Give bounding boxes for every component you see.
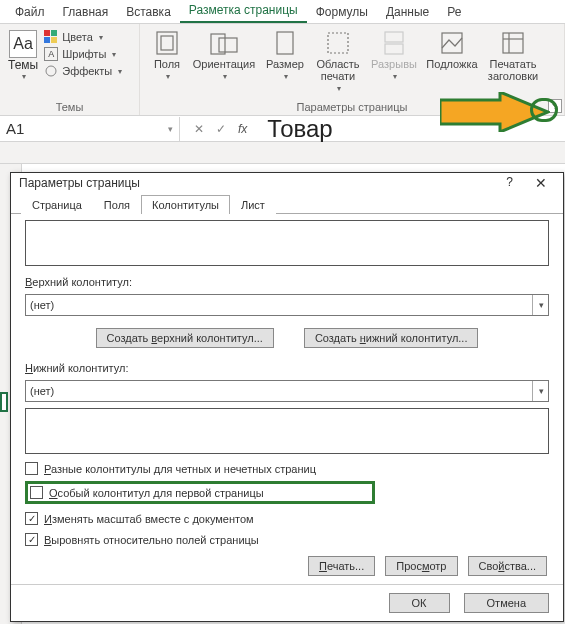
svg-rect-11 — [385, 32, 403, 42]
group-page-setup: Поля▾ Ориентация▾ Размер▾ Область печати… — [140, 24, 565, 115]
properties-button[interactable]: Свойства... — [468, 556, 548, 576]
cancel-button[interactable]: Отмена — [464, 593, 549, 613]
chevron-down-icon: ▾ — [99, 33, 103, 42]
preview-button[interactable]: Просмотр — [385, 556, 457, 576]
themes-icon: Aa — [9, 30, 37, 58]
dlg-tab-margins[interactable]: Поля — [93, 195, 141, 214]
svg-rect-12 — [385, 44, 403, 54]
colors-button[interactable]: Цвета▾ — [44, 30, 122, 44]
close-button[interactable]: ✕ — [527, 175, 555, 191]
checkbox-icon — [30, 486, 43, 499]
help-button[interactable]: ? — [506, 175, 513, 191]
footer-preview — [25, 408, 549, 454]
create-header-button[interactable]: Создать верхний колонтитул... — [96, 328, 274, 348]
checkbox-icon — [25, 512, 38, 525]
ribbon-body: Aa Темы ▾ Цвета▾ A Шрифты▾ — [0, 24, 565, 116]
footer-label: Нижний колонтитул: — [25, 362, 549, 374]
print-button[interactable]: Печать... — [308, 556, 375, 576]
fonts-icon: A — [44, 47, 58, 61]
chevron-down-icon: ▾ — [393, 72, 397, 81]
dialog-tabs: Страница Поля Колонтитулы Лист — [11, 192, 563, 214]
cell-reference: A1 — [6, 120, 24, 137]
dialog-title: Параметры страницы — [19, 176, 140, 190]
svg-rect-8 — [219, 38, 237, 52]
active-cell-indicator — [0, 392, 8, 412]
checkbox-icon — [25, 533, 38, 546]
svg-rect-9 — [277, 32, 293, 54]
chevron-down-icon: ▾ — [168, 124, 173, 134]
effects-button[interactable]: Эффекты▾ — [44, 64, 122, 78]
cancel-icon[interactable]: ✕ — [194, 122, 204, 136]
ribbon-tabs: Файл Главная Вставка Разметка страницы Ф… — [0, 0, 565, 24]
group-label-page-setup: Параметры страницы — [146, 101, 558, 115]
chevron-down-icon: ▾ — [118, 67, 122, 76]
chevron-down-icon: ▾ — [223, 72, 227, 81]
chevron-down-icon: ▾ — [532, 381, 544, 401]
footer-combo[interactable]: (нет) ▾ — [25, 380, 549, 402]
size-button[interactable]: Размер▾ — [260, 26, 310, 81]
orientation-button[interactable]: Ориентация▾ — [188, 26, 260, 81]
margins-icon — [152, 30, 182, 56]
size-icon — [270, 30, 300, 56]
create-footer-button[interactable]: Создать нижний колонтитул... — [304, 328, 479, 348]
formula-input[interactable]: Товар — [247, 115, 332, 143]
tab-home[interactable]: Главная — [54, 1, 118, 23]
chevron-down-icon: ▾ — [112, 50, 116, 59]
orientation-icon — [209, 30, 239, 56]
fx-icon[interactable]: fx — [238, 122, 247, 136]
print-titles-button[interactable]: Печатать заголовки — [482, 26, 544, 82]
dlg-tab-headerfooter[interactable]: Колонтитулы — [141, 195, 230, 214]
breaks-button[interactable]: Разрывы▾ — [366, 26, 422, 81]
header-label: Верхний колонтитул: — [25, 276, 549, 288]
breaks-icon — [379, 30, 409, 56]
chevron-down-icon: ▾ — [166, 72, 170, 81]
fonts-button[interactable]: A Шрифты▾ — [44, 47, 122, 61]
chevron-down-icon: ▾ — [284, 72, 288, 81]
enter-icon[interactable]: ✓ — [216, 122, 226, 136]
chevron-down-icon: ▾ — [337, 84, 341, 93]
svg-point-4 — [46, 66, 56, 76]
svg-rect-14 — [503, 33, 523, 53]
group-label-themes: Темы — [6, 101, 133, 115]
tab-insert[interactable]: Вставка — [117, 1, 180, 23]
dialog-titlebar[interactable]: Параметры страницы ? ✕ — [11, 173, 563, 192]
themes-label: Темы — [8, 58, 38, 72]
ok-button[interactable]: ОК — [389, 593, 450, 613]
header-preview — [25, 220, 549, 266]
svg-rect-10 — [328, 33, 348, 53]
check-align[interactable]: Выровнять относительно полей страницы — [25, 533, 549, 546]
svg-rect-5 — [157, 32, 177, 54]
group-themes: Aa Темы ▾ Цвета▾ A Шрифты▾ — [0, 24, 140, 115]
print-area-button[interactable]: Область печати▾ — [310, 26, 366, 93]
tab-file[interactable]: Файл — [6, 1, 54, 23]
dlg-tab-page[interactable]: Страница — [21, 195, 93, 214]
svg-rect-2 — [44, 37, 50, 43]
name-box[interactable]: A1 ▾ — [0, 117, 180, 141]
page-setup-dialog: Параметры страницы ? ✕ Страница Поля Кол… — [10, 172, 564, 622]
header-combo[interactable]: (нет) ▾ — [25, 294, 549, 316]
svg-rect-7 — [211, 34, 225, 54]
tab-data[interactable]: Данные — [377, 1, 438, 23]
formula-bar: A1 ▾ ✕ ✓ fx Товар — [0, 116, 565, 142]
svg-rect-0 — [44, 30, 50, 36]
background-button[interactable]: Подложка — [422, 26, 482, 70]
margins-button[interactable]: Поля▾ — [146, 26, 188, 81]
check-scale[interactable]: Изменять масштаб вместе с документом — [25, 512, 549, 525]
tab-page-layout[interactable]: Разметка страницы — [180, 0, 307, 23]
print-area-icon — [323, 30, 353, 56]
palette-icon — [44, 30, 58, 44]
svg-rect-6 — [161, 36, 173, 50]
print-titles-icon — [498, 30, 528, 56]
chevron-down-icon: ▾ — [22, 72, 26, 81]
dlg-tab-sheet[interactable]: Лист — [230, 195, 276, 214]
svg-rect-3 — [51, 37, 57, 43]
tab-review[interactable]: Ре — [438, 1, 470, 23]
check-diff-odd-even[interactable]: Разные колонтитулы для четных и нечетных… — [25, 462, 549, 475]
page-setup-launcher[interactable]: ↘ — [548, 99, 562, 113]
chevron-down-icon: ▾ — [532, 295, 544, 315]
check-diff-first[interactable]: Особый колонтитул для первой страницы — [30, 486, 264, 499]
svg-rect-1 — [51, 30, 57, 36]
tab-formulas[interactable]: Формулы — [307, 1, 377, 23]
checkbox-icon — [25, 462, 38, 475]
themes-button[interactable]: Aa Темы ▾ — [6, 26, 40, 81]
